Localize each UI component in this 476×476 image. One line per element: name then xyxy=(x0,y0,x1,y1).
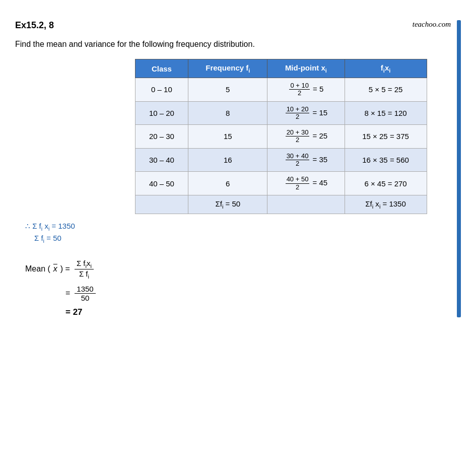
fixi-cell: 16 × 35 = 560 xyxy=(345,148,427,172)
xbar-symbol: x xyxy=(53,264,57,274)
mean-result: = 27 xyxy=(65,307,83,317)
mean-value-numerator: 1350 xyxy=(75,285,95,294)
frequency-cell: 15 xyxy=(188,125,267,149)
class-cell: 0 – 10 xyxy=(135,78,188,102)
midpoint-cell: 20 + 302 = 25 xyxy=(267,125,345,149)
midpoint-cell: 10 + 202 = 15 xyxy=(267,101,345,125)
class-cell: 10 – 20 xyxy=(135,101,188,125)
summary-row: Σfi = 50 Σfi xi = 1350 xyxy=(135,195,427,214)
col-header-midpoint: Mid-point xi xyxy=(267,59,345,78)
frequency-cell: 6 xyxy=(188,172,267,195)
page-container: teachoo.com Ex15.2, 8 Find the mean and … xyxy=(15,20,456,317)
exercise-title: Ex15.2, 8 xyxy=(15,20,456,31)
mean-value-fraction: 1350 50 xyxy=(75,285,95,302)
summary-fixi-cell: Σfi xi = 1350 xyxy=(345,195,427,214)
summary-class-cell xyxy=(135,195,188,214)
class-cell: 40 – 50 xyxy=(135,172,188,195)
col-header-fixi: fixi xyxy=(345,59,427,78)
col-header-class: Class xyxy=(135,59,188,78)
table-row: 20 – 30 15 20 + 302 = 25 15 × 25 = 375 xyxy=(135,125,427,149)
summary-midpoint-cell xyxy=(267,195,345,214)
fixi-cell: 5 × 5 = 25 xyxy=(345,78,427,102)
problem-statement: Find the mean and variance for the follo… xyxy=(15,40,456,49)
mean-formula-line: Mean ( x ) = Σ fixi Σ fi xyxy=(25,259,456,280)
right-border-accent xyxy=(457,20,461,317)
mean-value-line: = 1350 50 xyxy=(65,285,456,302)
note-line-1: ∴ Σ fi xi = 1350 xyxy=(25,222,456,232)
fixi-cell: 8 × 15 = 120 xyxy=(345,101,427,125)
frequency-cell: 5 xyxy=(188,78,267,102)
mean-formula-numerator: Σ fixi xyxy=(75,259,94,269)
midpoint-cell: 30 + 402 = 35 xyxy=(267,148,345,172)
table-row: 10 – 20 8 10 + 202 = 15 8 × 15 = 120 xyxy=(135,101,427,125)
table-container: Class Frequency fi Mid-point xi fixi 0 –… xyxy=(106,59,456,214)
frequency-cell: 16 xyxy=(188,148,267,172)
note-line-2: Σ fi = 50 xyxy=(34,234,456,244)
mean-label: Mean ( xyxy=(25,264,50,274)
table-row: 40 – 50 6 40 + 502 = 45 6 × 45 = 270 xyxy=(135,172,427,195)
fixi-cell: 6 × 45 = 270 xyxy=(345,172,427,195)
mean-close-paren: ) = xyxy=(60,264,70,274)
frequency-cell: 8 xyxy=(188,101,267,125)
mean-formula-denominator: Σ fi xyxy=(77,269,91,280)
frequency-table: Class Frequency fi Mid-point xi fixi 0 –… xyxy=(135,59,427,214)
fixi-cell: 15 × 25 = 375 xyxy=(345,125,427,149)
mean-formula-fraction: Σ fixi Σ fi xyxy=(75,259,94,280)
left-notes: ∴ Σ fi xi = 1350 Σ fi = 50 xyxy=(15,222,456,244)
midpoint-cell: 40 + 502 = 45 xyxy=(267,172,345,195)
class-cell: 20 – 30 xyxy=(135,125,188,149)
class-cell: 30 – 40 xyxy=(135,148,188,172)
col-header-frequency: Frequency fi xyxy=(188,59,267,78)
table-row: 30 – 40 16 30 + 402 = 35 16 × 35 = 560 xyxy=(135,148,427,172)
table-row: 0 – 10 5 0 + 102 = 5 5 × 5 = 25 xyxy=(135,78,427,102)
mean-section: Mean ( x ) = Σ fixi Σ fi = 1350 50 = 27 xyxy=(15,259,456,317)
midpoint-cell: 0 + 102 = 5 xyxy=(267,78,345,102)
mean-equals-2: = xyxy=(65,289,70,298)
branding-text: teachoo.com xyxy=(413,20,451,29)
mean-result-line: = 27 xyxy=(65,307,456,317)
summary-fi-cell: Σfi = 50 xyxy=(188,195,267,214)
mean-value-denominator: 50 xyxy=(79,294,92,302)
